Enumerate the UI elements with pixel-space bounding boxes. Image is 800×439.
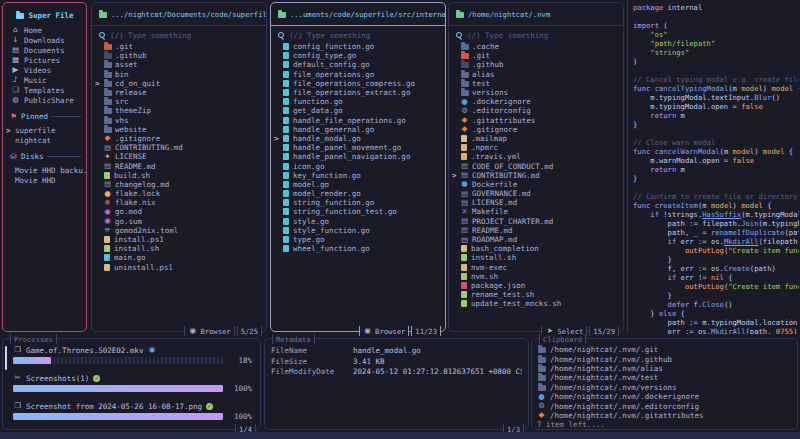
file-row[interactable]: file_operations_extract.go: [273, 88, 443, 97]
file-row[interactable]: model_render.go: [273, 189, 443, 198]
file-row[interactable]: >▤CONTRIBUTING.md: [451, 171, 621, 180]
sidebar-item-templates[interactable]: ❏Templates: [3, 85, 86, 95]
sidebar-item-videos[interactable]: ▶Videos: [3, 65, 86, 75]
search-bar[interactable]: (/) Type something: [98, 30, 262, 40]
file-row[interactable]: config_type.go: [273, 51, 443, 60]
file-row[interactable]: style_function.go: [273, 226, 443, 235]
file-row[interactable]: uninstall.ps1: [94, 263, 264, 272]
file-row[interactable]: website: [94, 125, 264, 134]
file-row[interactable]: .github: [451, 60, 621, 69]
file-row[interactable]: ▤README.md: [94, 161, 264, 170]
file-row[interactable]: ◉go.mod: [94, 207, 264, 216]
file-row[interactable]: ▤ROADMAP.md: [451, 235, 621, 244]
go-file-icon: [283, 89, 289, 96]
file-list: .cache.git.githubaliastestversions●.dock…: [449, 41, 623, 308]
file-row[interactable]: function.go: [273, 97, 443, 106]
file-row[interactable]: type.go: [273, 235, 443, 244]
file-name: .gitignore: [472, 125, 517, 134]
file-row[interactable]: ◆.gitattributes: [451, 116, 621, 125]
sidebar-item-pictures[interactable]: ▦Pictures: [3, 55, 86, 65]
file-row[interactable]: ◆.gitignore: [94, 134, 264, 143]
file-row[interactable]: bin: [94, 70, 264, 79]
code-line: defer f.Close(): [633, 300, 799, 309]
file-row[interactable]: handle_genernal.go: [273, 125, 443, 134]
file-row[interactable]: ▤GOVERNANCE.md: [451, 189, 621, 198]
scrollbar[interactable]: [5, 346, 7, 370]
sidebar-item-downloads[interactable]: ↓Downloads: [3, 35, 86, 45]
file-row[interactable]: ⚙.editorconfig: [451, 106, 621, 115]
file-row[interactable]: ▤README.md: [451, 226, 621, 235]
file-row[interactable]: test: [451, 79, 621, 88]
sidebar-item-music[interactable]: ♪Music: [3, 75, 86, 85]
file-row[interactable]: ▤LICENSE.md: [451, 198, 621, 207]
file-row[interactable]: main.go: [94, 253, 264, 262]
file-row[interactable]: nvm.sh: [451, 272, 621, 281]
file-row[interactable]: default_config.go: [273, 60, 443, 69]
file-row[interactable]: themeZip: [94, 106, 264, 115]
file-row[interactable]: install.sh: [451, 253, 621, 262]
file-row[interactable]: ●.dockerignore: [451, 97, 621, 106]
file-row[interactable]: ✦LICENSE: [94, 152, 264, 161]
file-row[interactable]: install.ps1: [94, 235, 264, 244]
file-row[interactable]: handle_file_operations.go: [273, 116, 443, 125]
file-row[interactable]: ≡gomod2nix.toml: [94, 226, 264, 235]
file-row[interactable]: ✕Makefile: [451, 207, 621, 216]
file-row[interactable]: model.go: [273, 180, 443, 189]
file-row[interactable]: .npmrc: [451, 143, 621, 152]
file-row[interactable]: key_function.go: [273, 171, 443, 180]
file-row[interactable]: handle_panel_navigation.go: [273, 152, 443, 161]
file-row[interactable]: .github: [94, 51, 264, 60]
file-row[interactable]: bash_completion: [451, 244, 621, 253]
file-row[interactable]: asset: [94, 60, 264, 69]
file-row[interactable]: get_data.go: [273, 106, 443, 115]
file-row[interactable]: string_function.go: [273, 198, 443, 207]
file-row[interactable]: install.sh: [94, 244, 264, 253]
disk-item[interactable]: Movie HHD backu...: [3, 165, 86, 175]
file-row[interactable]: style.go: [273, 217, 443, 226]
file-row[interactable]: file_operations_compress.go: [273, 79, 443, 88]
file-row[interactable]: >cd_on_quit: [94, 79, 264, 88]
sidebar-item-documents[interactable]: ▤Documents: [3, 45, 86, 55]
sidebar-item-publicshare[interactable]: ◍PublicShare: [3, 95, 86, 105]
file-row[interactable]: config_function.go: [273, 42, 443, 51]
search-bar[interactable]: (/) Type something: [455, 30, 619, 40]
file-row[interactable]: nvm-exec: [451, 263, 621, 272]
file-row[interactable]: ●flake.lock: [94, 189, 264, 198]
file-row[interactable]: wheel_function.go: [273, 244, 443, 253]
file-row[interactable]: icon.go: [273, 161, 443, 170]
file-row[interactable]: versions: [451, 88, 621, 97]
file-row[interactable]: .travis.yml: [451, 152, 621, 161]
file-row[interactable]: ▤CONTRIBUTING.md: [94, 143, 264, 152]
file-row[interactable]: .cache: [451, 42, 621, 51]
file-row[interactable]: ●Dockerfile: [451, 180, 621, 189]
file-row[interactable]: .git: [94, 42, 264, 51]
file-row[interactable]: ◆.gitignore: [451, 125, 621, 134]
file-row[interactable]: ◉go.sum: [94, 217, 264, 226]
file-row[interactable]: rename_test.sh: [451, 290, 621, 299]
file-row[interactable]: vhs: [94, 116, 264, 125]
file-row[interactable]: string_function_test.go: [273, 207, 443, 216]
file-row[interactable]: build.sh: [94, 171, 264, 180]
file-row[interactable]: alias: [451, 70, 621, 79]
file-row[interactable]: .git: [451, 51, 621, 60]
disk-item[interactable]: Movie HHD: [3, 175, 86, 185]
file-row[interactable]: ▤CODE_OF_CONDUCT.md: [451, 161, 621, 170]
search-bar[interactable]: (/) Type something: [277, 30, 441, 40]
file-row[interactable]: release: [94, 88, 264, 97]
file-row[interactable]: update_test_mocks.sh: [451, 299, 621, 308]
file-row[interactable]: .mailmap: [451, 134, 621, 143]
file-row[interactable]: ▤PROJECT_CHARTER.md: [451, 217, 621, 226]
file-row[interactable]: >handle_modal.go: [273, 134, 443, 143]
file-name: .travis.yml: [471, 152, 521, 161]
file-row[interactable]: ❄flake.nix: [94, 198, 264, 207]
file-row[interactable]: package.json: [451, 281, 621, 290]
file-name: cd_on_quit: [115, 79, 160, 88]
pinned-item[interactable]: >superfile: [3, 125, 86, 135]
sidebar-item-home[interactable]: ⌂Home: [3, 25, 86, 35]
file-row[interactable]: file_operations.go: [273, 70, 443, 79]
pinned-item[interactable]: nightcat: [3, 135, 86, 145]
file-row[interactable]: src: [94, 97, 264, 106]
file-row[interactable]: handle_panel_movement.go: [273, 143, 443, 152]
file-row[interactable]: ▤changelog.md: [94, 180, 264, 189]
file-name: update_test_mocks.sh: [471, 299, 561, 308]
